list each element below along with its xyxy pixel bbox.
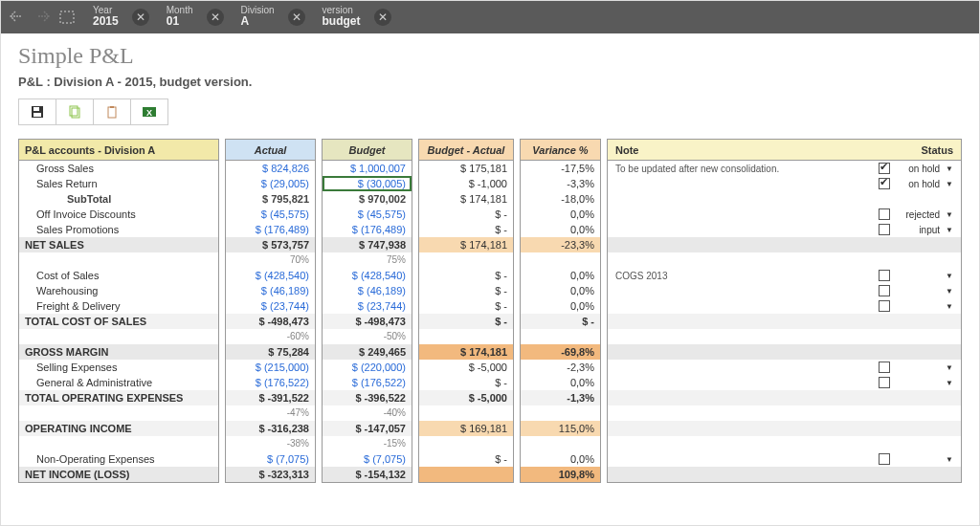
budget-cell[interactable]: $ -147,057 (323, 421, 412, 436)
actual-cell[interactable]: $ -391,522 (226, 390, 315, 405)
budget-cell[interactable]: $ 1,000,007 (323, 161, 412, 176)
actual-cell[interactable]: -60% (226, 329, 315, 344)
actual-cell[interactable]: $ 75,284 (226, 344, 315, 360)
account-cell: Cost of Sales (19, 268, 218, 283)
actual-cell[interactable]: $ (7,075) (226, 451, 315, 467)
note-row (608, 405, 961, 421)
close-icon[interactable]: ✕ (374, 9, 391, 26)
note-row (608, 252, 961, 268)
actual-cell[interactable]: $ (23,744) (226, 298, 315, 314)
chevron-down-icon[interactable]: ▼ (946, 302, 953, 311)
filter-chip[interactable]: versionbudget✕ (317, 4, 397, 30)
save-button[interactable] (18, 99, 56, 125)
note-row (608, 421, 961, 436)
diff-cell: $ 174,181 (419, 237, 513, 252)
checkbox[interactable] (879, 362, 890, 373)
actual-cell[interactable]: $ (29,005) (226, 176, 315, 191)
forward-icon[interactable] (32, 7, 53, 28)
checkbox[interactable] (879, 300, 890, 312)
status-text: on hold (896, 164, 940, 174)
account-cell: Sales Return (19, 176, 218, 191)
checkbox[interactable] (879, 163, 890, 174)
actual-cell[interactable]: $ (46,189) (226, 283, 315, 298)
budget-cell[interactable]: $ 970,002 (323, 191, 412, 207)
chevron-down-icon[interactable]: ▼ (946, 379, 953, 387)
note-text[interactable]: To be updated after new consolidation. (615, 164, 873, 174)
copy-button[interactable] (56, 99, 94, 125)
budget-cell[interactable]: $ 747,938 (323, 237, 412, 252)
actual-cell[interactable]: $ 795,821 (226, 191, 315, 207)
note-text[interactable]: COGS 2013 (615, 271, 873, 281)
variance-cell: 0,0% (521, 283, 600, 298)
filter-value: budget (323, 15, 361, 28)
status-header-label: Status (921, 140, 953, 160)
chevron-down-icon[interactable]: ▼ (946, 210, 953, 219)
checkbox[interactable] (879, 208, 890, 220)
account-cell: Non-Operating Expenses (19, 451, 218, 467)
variance-cell: 0,0% (521, 451, 600, 467)
clipboard-button[interactable] (93, 99, 131, 125)
budget-cell[interactable]: $ -498,473 (323, 314, 412, 329)
budget-cell[interactable]: $ (46,189) (323, 283, 412, 298)
excel-export-button[interactable]: X (130, 99, 168, 125)
close-icon[interactable]: ✕ (207, 9, 224, 26)
account-cell: Off Invoice Discounts (19, 207, 218, 222)
actual-cell[interactable]: $ (45,575) (226, 207, 315, 222)
budget-cell[interactable]: $ -396,522 (323, 390, 412, 405)
budget-cell[interactable]: $ (220,000) (323, 360, 412, 375)
budget-cell[interactable]: $ -154,132 (323, 467, 412, 482)
actual-cell[interactable]: $ (215,000) (226, 360, 315, 375)
chevron-down-icon[interactable]: ▼ (946, 363, 953, 372)
account-cell: TOTAL COST OF SALES (19, 314, 218, 329)
selection-icon[interactable] (56, 7, 78, 28)
chevron-down-icon[interactable]: ▼ (946, 226, 953, 234)
actual-cell[interactable]: $ (176,522) (226, 375, 315, 390)
budget-cell[interactable]: -40% (323, 405, 412, 421)
back-icon[interactable] (7, 7, 28, 28)
budget-cell[interactable]: $ (428,540) (323, 268, 412, 283)
checkbox[interactable] (879, 285, 890, 296)
actual-cell[interactable]: $ -498,473 (226, 314, 315, 329)
diff-cell (419, 436, 513, 451)
budget-cell[interactable]: $ (7,075) (323, 451, 412, 467)
actual-cell[interactable]: -38% (226, 436, 315, 451)
checkbox[interactable] (879, 453, 890, 465)
diff-cell: $ - (419, 207, 513, 222)
budget-cell[interactable]: $ (30,005) (323, 176, 412, 191)
budget-cell[interactable]: -50% (323, 329, 412, 344)
actual-cell[interactable]: $ (428,540) (226, 268, 315, 283)
budget-cell[interactable]: -15% (323, 436, 412, 451)
note-row: ▼ (608, 451, 961, 467)
budget-cell[interactable]: $ 249,465 (323, 344, 412, 360)
checkbox[interactable] (879, 270, 890, 281)
chevron-down-icon[interactable]: ▼ (946, 272, 953, 280)
actual-cell[interactable]: 70% (226, 252, 315, 268)
filter-chip[interactable]: Year2015✕ (87, 4, 155, 30)
close-icon[interactable]: ✕ (132, 9, 149, 26)
chevron-down-icon[interactable]: ▼ (946, 164, 953, 173)
checkbox[interactable] (879, 224, 890, 235)
budget-cell[interactable]: $ (176,522) (323, 375, 412, 390)
checkbox[interactable] (879, 377, 890, 388)
budget-cell[interactable]: $ (45,575) (323, 207, 412, 222)
account-cell: Freight & Delivery (19, 298, 218, 314)
diff-cell: $ - (419, 298, 513, 314)
actual-cell[interactable]: $ -316,238 (226, 421, 315, 436)
actual-cell[interactable]: $ 824,826 (226, 161, 315, 176)
actual-cell[interactable]: $ (176,489) (226, 222, 315, 237)
budget-cell[interactable]: 75% (323, 252, 412, 268)
actual-cell[interactable]: $ 573,757 (226, 237, 315, 252)
note-row: COGS 2013▼ (608, 268, 961, 283)
budget-cell[interactable]: $ (176,489) (323, 222, 412, 237)
chevron-down-icon[interactable]: ▼ (946, 455, 953, 464)
actual-cell[interactable]: -47% (226, 405, 315, 421)
actual-cell[interactable]: $ -323,313 (226, 467, 315, 482)
chevron-down-icon[interactable]: ▼ (946, 180, 953, 188)
filter-chip[interactable]: DivisionA✕ (235, 4, 311, 30)
chevron-down-icon[interactable]: ▼ (946, 287, 953, 296)
filter-chip[interactable]: Month01✕ (161, 4, 230, 30)
budget-cell[interactable]: $ (23,744) (323, 298, 412, 314)
close-icon[interactable]: ✕ (288, 9, 305, 26)
variance-cell: -18,0% (521, 191, 600, 207)
checkbox[interactable] (879, 178, 890, 189)
